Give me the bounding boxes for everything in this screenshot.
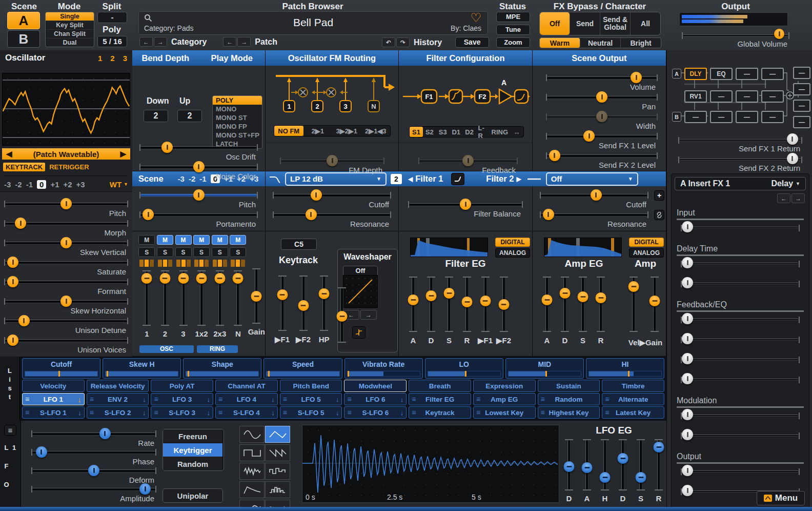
drag-handle-icon[interactable]: ≡ [154,395,158,403]
mod-target-cell[interactable]: LO [425,358,503,379]
arrow-down-icon[interactable]: ↓ [207,396,211,403]
wavetable-next-icon[interactable]: ▶ [116,149,130,159]
filter-config-option[interactable]: RING [490,127,511,137]
mod-source-cell[interactable]: ≡ Alternate [602,393,664,405]
mute-button[interactable]: M [230,235,246,245]
filter-eg-slider[interactable] [478,276,493,333]
scene-select-button[interactable]: B [7,30,40,48]
mod-list-tab[interactable]: List [0,357,20,421]
oscillator-tab[interactable]: 3 [123,54,127,63]
arrow-down-icon[interactable]: ↓ [336,396,339,403]
mode-option[interactable]: Key Split [46,21,94,30]
wavetable-display[interactable] [2,73,130,146]
filter-config-option[interactable]: D2 [463,127,476,137]
fx-slot-send[interactable]: — [736,90,758,103]
amp-gain-slider[interactable] [626,276,641,333]
keytrack-slider[interactable] [275,274,290,332]
fx-bypass-option[interactable]: Send [570,12,600,35]
arrow-down-icon[interactable]: ↓ [77,395,82,404]
mod-source-cell[interactable]: ≡ Random [538,393,600,405]
fm-route-option[interactable]: 2▶1 [303,126,333,136]
character-option[interactable]: Neutral [580,38,621,48]
filter-balance-slider[interactable]: Filter Balance [404,199,527,218]
drag-handle-icon[interactable]: ≡ [605,395,609,403]
lfo-trigger-option[interactable]: Freerun [163,429,222,443]
mute-button[interactable]: M [138,235,155,245]
patch-next-button[interactable]: → [237,37,251,47]
lfo-param-slider[interactable]: Rate [27,428,160,446]
keytrack-slider[interactable] [296,274,311,332]
oscillator-param-slider[interactable]: Morph [0,218,132,237]
filter-config-option[interactable]: D1 [450,127,463,137]
solo-button[interactable]: S [212,247,228,257]
mod-source-cell[interactable]: ≡ Amp EG [473,393,536,405]
mod-source-cell[interactable]: Poly AT [151,380,213,392]
scene-select-button[interactable]: A [7,12,40,29]
gain-fader[interactable] [249,267,263,325]
eg-mode-button[interactable]: ANALOG [629,248,664,258]
waveshaper-drive-slider[interactable] [335,286,349,344]
octave-button[interactable]: -3 [4,180,11,189]
filter1-cutoff-slider[interactable]: Cutoff [269,189,395,209]
arrow-down-icon[interactable]: ↓ [336,409,339,417]
mod-source-cell[interactable]: ≡ ENV 2 ↓ [87,393,149,405]
filter1-resonance-slider[interactable]: Resonance [269,209,395,228]
fx-bypass-option[interactable]: Send & Global [600,12,631,35]
shape-sine-icon[interactable] [239,426,265,443]
mod-source-cell[interactable]: Expression [473,380,536,392]
mixer-fader[interactable] [139,269,154,327]
bend-up-value[interactable]: 2 [177,110,202,122]
mod-source-cell[interactable]: Breath [409,380,471,392]
amp-eg-slider[interactable] [540,276,554,333]
arrow-down-icon[interactable]: ↓ [207,409,211,417]
play-mode-option[interactable]: MONO [213,105,262,113]
filter2-nav[interactable]: Filter 2 ▶ [486,174,521,184]
wavetable-prev-icon[interactable]: ◀ [2,149,16,159]
portamento-slider[interactable]: Portamento [135,209,262,228]
mod-source-cell[interactable]: ≡ LFO 4 ↓ [215,393,278,405]
bend-down-value[interactable]: 2 [144,110,168,122]
mod-target-cell[interactable]: HI [586,358,664,379]
fx-param-slider[interactable] [677,277,804,296]
lfo-param-slider[interactable]: Deform [27,465,160,483]
fx-bypass-option[interactable]: Off [540,12,570,35]
lfo-eg-slider[interactable] [634,438,648,492]
mod-target-cell[interactable]: Skew H [103,358,181,379]
browser-category[interactable]: Category: Pads [144,24,194,32]
status-button[interactable]: Tune [496,25,530,35]
arrow-down-icon[interactable]: ↓ [271,409,275,417]
play-mode-option[interactable]: MONO FP [213,122,262,131]
arrow-down-icon[interactable]: ↓ [400,409,404,417]
drag-handle-icon[interactable]: ≡ [605,408,609,417]
global-volume-slider[interactable]: Global Volume [678,29,794,48]
waveshaper-next-button[interactable]: → [360,310,377,320]
keytrack-slider[interactable] [317,274,331,332]
filter-link-button[interactable] [654,210,664,220]
status-button[interactable]: Zoom [496,37,530,48]
filter2-type-dropdown[interactable]: Off▼ [546,172,638,186]
octave-button[interactable]: +3 [76,180,85,189]
mod-source-cell[interactable]: Sustain [538,380,600,392]
fx-prev-button[interactable]: ← [777,193,790,203]
amp-gain-slider[interactable] [647,276,662,333]
amp-eg-slider[interactable] [558,276,572,333]
mixer-fader[interactable] [213,269,227,327]
fx-param-slider[interactable] [677,333,804,352]
category-prev-button[interactable]: ← [139,37,153,47]
drag-handle-icon[interactable]: ≡ [347,408,351,417]
fx-slot-a[interactable]: — [761,68,784,80]
lfo-eg-slider[interactable] [652,438,666,492]
lfo-eg-slider[interactable] [562,438,576,492]
fx-slot-send[interactable]: — [761,90,784,103]
mod-source-cell[interactable]: Channel AT [215,380,278,392]
solo-button[interactable]: S [193,247,210,257]
waveshaper-analysis-icon[interactable] [352,326,366,339]
feedback-slider[interactable]: Feedback [414,155,522,174]
status-button[interactable]: MPE [496,12,530,22]
fx-type-dropdown[interactable]: Delay▼ [771,179,800,188]
fx-slot-a[interactable]: DLY [684,68,707,80]
shape-square-icon[interactable] [239,444,265,461]
arrow-down-icon[interactable]: ↓ [400,396,404,403]
favorite-heart-icon[interactable]: ♡ [470,11,481,25]
osc-type-dropdown[interactable]: WT▼ [110,180,128,189]
